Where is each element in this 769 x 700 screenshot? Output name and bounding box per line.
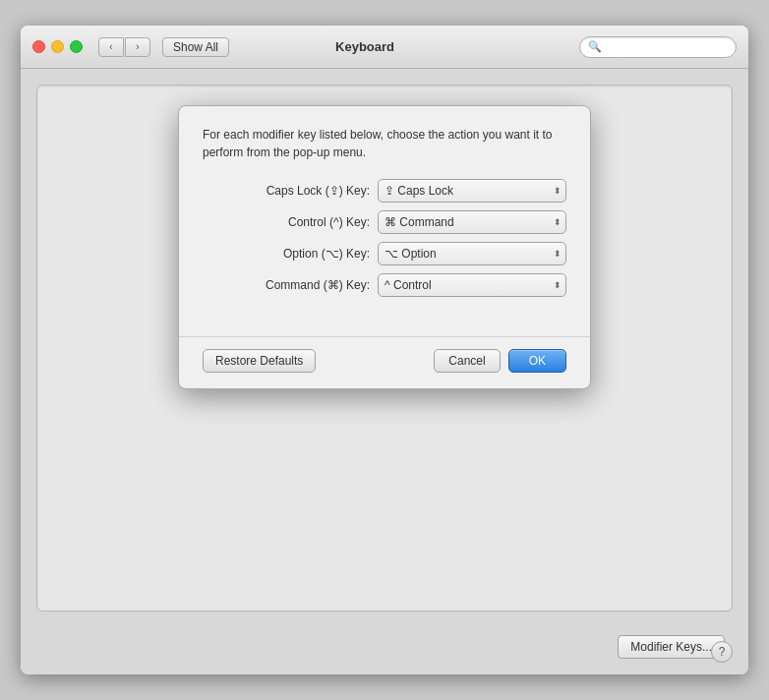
caps-lock-row: Caps Lock (⇪) Key: ⇪ Caps Lock ⌘ Command… bbox=[203, 179, 566, 203]
title-bar: ‹ › Show All Keyboard 🔍 bbox=[21, 26, 748, 69]
modal-description: For each modifier key listed below, choo… bbox=[203, 126, 566, 161]
back-button[interactable]: ‹ bbox=[98, 37, 124, 57]
caps-lock-select[interactable]: ⇪ Caps Lock ⌘ Command ⌃ Control ⌥ Option… bbox=[378, 179, 566, 203]
modal-footer: Restore Defaults Cancel OK bbox=[179, 336, 590, 388]
modifier-keys-button[interactable]: Modifier Keys... bbox=[618, 635, 725, 659]
caps-lock-label: Caps Lock (⇪) Key: bbox=[203, 184, 370, 198]
traffic-lights bbox=[32, 40, 83, 53]
keyboard-window: ‹ › Show All Keyboard 🔍 For each modifie… bbox=[21, 26, 748, 674]
help-button[interactable]: ? bbox=[711, 641, 733, 663]
modifier-keys-modal: For each modifier key listed below, choo… bbox=[178, 105, 591, 389]
option-select-wrapper: ⌥ Option ⌘ Command ⌃ Control ⇪ Caps Lock… bbox=[378, 242, 566, 265]
forward-button[interactable]: › bbox=[125, 37, 150, 57]
caps-lock-select-wrapper: ⇪ Caps Lock ⌘ Command ⌃ Control ⌥ Option… bbox=[378, 179, 566, 203]
minimize-button[interactable] bbox=[51, 40, 64, 53]
modal-overlay: For each modifier key listed below, choo… bbox=[37, 86, 732, 611]
control-select-wrapper: ⌘ Command ⇪ Caps Lock ⌃ Control ⌥ Option… bbox=[378, 210, 566, 234]
ok-button[interactable]: OK bbox=[508, 349, 566, 373]
command-label: Command (⌘) Key: bbox=[203, 278, 370, 292]
option-label: Option (⌥) Key: bbox=[203, 247, 370, 261]
restore-defaults-button[interactable]: Restore Defaults bbox=[203, 349, 316, 373]
command-select[interactable]: ^ Control ⌘ Command ⌥ Option ⇪ Caps Lock… bbox=[378, 273, 566, 297]
show-all-button[interactable]: Show All bbox=[162, 37, 229, 57]
option-select[interactable]: ⌥ Option ⌘ Command ⌃ Control ⇪ Caps Lock… bbox=[378, 242, 566, 265]
cancel-button[interactable]: Cancel bbox=[434, 349, 500, 373]
main-panel: For each modifier key listed below, choo… bbox=[36, 85, 733, 612]
nav-buttons: ‹ › bbox=[98, 37, 150, 57]
window-title: Keyboard bbox=[237, 39, 493, 54]
search-icon: 🔍 bbox=[588, 40, 602, 53]
close-button[interactable] bbox=[32, 40, 45, 53]
control-row: Control (^) Key: ⌘ Command ⇪ Caps Lock ⌃… bbox=[203, 210, 566, 234]
option-row: Option (⌥) Key: ⌥ Option ⌘ Command ⌃ Con… bbox=[203, 242, 566, 265]
command-select-wrapper: ^ Control ⌘ Command ⌥ Option ⇪ Caps Lock… bbox=[378, 273, 566, 297]
maximize-button[interactable] bbox=[70, 40, 83, 53]
command-row: Command (⌘) Key: ^ Control ⌘ Command ⌥ O… bbox=[203, 273, 566, 297]
bottom-bar: Modifier Keys... bbox=[21, 627, 748, 674]
modal-body: For each modifier key listed below, choo… bbox=[179, 106, 590, 336]
window-content: For each modifier key listed below, choo… bbox=[21, 69, 748, 674]
search-bar[interactable]: 🔍 bbox=[579, 36, 737, 58]
form-rows: Caps Lock (⇪) Key: ⇪ Caps Lock ⌘ Command… bbox=[203, 179, 566, 297]
control-label: Control (^) Key: bbox=[203, 215, 370, 229]
control-select[interactable]: ⌘ Command ⇪ Caps Lock ⌃ Control ⌥ Option… bbox=[378, 210, 566, 234]
